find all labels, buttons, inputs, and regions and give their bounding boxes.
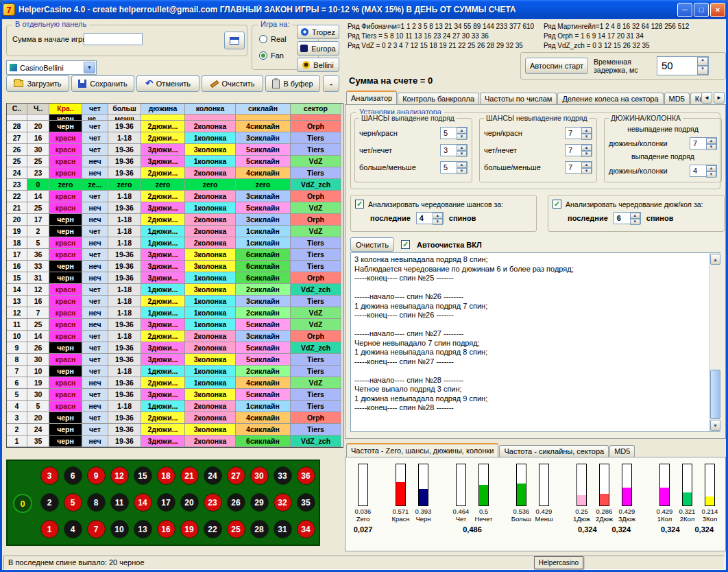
alt-spinbox-1[interactable]: 6▲▼ [614,212,641,224]
roulette-number-20[interactable]: 20 [180,493,199,512]
delay-input[interactable]: 50 ▲ ▼ [657,56,709,75]
table-row[interactable]: 185красннеч1-181дюжи...2колонка1сиклайнT… [7,237,343,249]
table-row[interactable]: 830краснчет19-363дюжи...3колонка5сиклайн… [7,354,343,366]
detach-panel-button[interactable] [224,32,245,49]
table-row[interactable]: 1125красннеч19-363дюжи...1колонка5сиклай… [7,319,343,331]
table-row[interactable]: 2125красннеч19-363дюжи...1колонка5сиклай… [7,202,343,214]
roulette-number-15[interactable]: 15 [134,466,152,485]
spin-down-icon[interactable]: ▼ [581,168,592,174]
spin-down-icon[interactable]: ▼ [706,144,716,150]
roulette-number-12[interactable]: 12 [110,466,129,485]
table-row[interactable]: 135черннеч19-363дюжи...2колонка6сиклайнV… [7,436,343,447]
table-row[interactable]: 1736краснчет19-363дюжи...3колонка6сиклай… [7,249,343,261]
roulette-number-25[interactable]: 25 [227,520,245,538]
roulette-number-9[interactable]: 9 [87,466,106,485]
save-button[interactable]: Сохранить [71,75,134,92]
buffer-button[interactable]: В буфер [265,75,320,92]
table-row[interactable]: 1412краснчет1-181дюжи...3колонка2сиклайн… [7,284,343,296]
roulette-number-30[interactable]: 30 [250,466,269,485]
table-row[interactable]: 2214краснчет1-182дюжи...2колонка3сиклайн… [7,191,343,202]
log-scrollbar[interactable]: ▲ ▼ [709,253,720,431]
autoclear-checkbox[interactable]: ✓ [401,240,410,249]
spin-down-icon[interactable]: ▼ [457,168,467,174]
roulette-number-22[interactable]: 22 [204,520,222,538]
main-tab-4[interactable]: MD5 [664,93,690,104]
dropdown-arrow-icon[interactable]: ▼ [84,62,95,73]
alt-checkbox-0[interactable]: ✓ [355,200,364,208]
close-button[interactable]: × [710,3,725,17]
spin-down-icon[interactable]: ▼ [697,66,708,75]
spin-up-icon[interactable]: ▲ [581,145,592,151]
scrollbar-thumb[interactable] [710,370,720,419]
load-button[interactable]: Загрузить [6,75,69,92]
spin-down-icon[interactable]: ▼ [706,171,716,178]
analyzer-spinbox[interactable]: 5▲▼ [440,127,468,139]
roulette-number-29[interactable]: 29 [250,493,269,512]
main-tab-0[interactable]: Анализатор [346,91,397,104]
roulette-number-31[interactable]: 31 [274,520,292,538]
tab-scroll-left[interactable]: ◄ [701,92,712,104]
analyzer-spinbox[interactable]: 7▲▼ [565,144,592,156]
minus-button[interactable]: - [323,75,339,92]
alt-spinbox-0[interactable]: 4▲▼ [416,212,444,224]
table-row[interactable]: 2820чернчет19-362дюжи...2колонка4сиклайн… [7,121,343,132]
main-tab-3[interactable]: Деление колеса на сектора [557,93,663,104]
casino-combobox[interactable]: CasinoBellini ▼ [6,60,97,75]
table-row[interactable]: 1633черннеч19-363дюжи...3колонка6сиклайн… [7,261,343,272]
analyzer-log[interactable]: 3 колонка невыпадала подряд 8 спин; Набл… [350,252,720,432]
radio-real[interactable]: Real [259,35,287,43]
table-row[interactable]: 530краснчет19-363дюжи...3колонка5сиклайн… [7,389,343,401]
roulette-number-4[interactable]: 4 [64,520,82,538]
undo-button[interactable]: ↶Отменить [136,75,199,92]
spin-up-icon[interactable]: ▲ [697,57,708,66]
table-row[interactable]: 619красннеч19-362дюжи...1колонка4сиклайн… [7,377,343,389]
minimize-button[interactable]: ─ [677,3,692,17]
spin-down-icon[interactable]: ▼ [457,151,467,157]
spin-up-icon[interactable]: ▲ [457,145,467,151]
table-row[interactable]: 1014краснчет1-182дюжи...2колонка3сиклайн… [7,331,343,342]
spin-up-icon[interactable]: ▲ [630,213,640,219]
table-row[interactable]: 192чернчет1-181дюжи...2колонка1сиклайнVd… [7,226,343,237]
scroll-up-icon[interactable]: ▲ [710,254,720,265]
roulette-number-2[interactable]: 2 [40,493,59,512]
roulette-number-14[interactable]: 14 [134,493,152,512]
spin-down-icon[interactable]: ▼ [581,151,592,157]
table-row[interactable]: 2630краснчет19-363дюжи...3колонка5сиклай… [7,144,343,156]
roulette-number-18[interactable]: 18 [157,466,175,485]
autospin-start-button[interactable]: Автоспин старт [525,58,588,74]
tropez-button[interactable]: Tropez [297,25,339,39]
roulette-number-28[interactable]: 28 [250,520,269,538]
scroll-down-icon[interactable]: ▼ [710,420,720,431]
table-row[interactable]: 1531черннеч19-363дюжи...1колонка6сиклайн… [7,272,343,284]
table-row[interactable]: 224чернчет19-362дюжи...3колонка4сиклайнT… [7,424,343,436]
table-row[interactable]: 230zeroze...zerozerozerozeroVdZ_zch [7,179,343,191]
roulette-number-35[interactable]: 35 [297,493,315,512]
roulette-number-36[interactable]: 36 [297,466,315,485]
main-tab-1[interactable]: Контроль банкролла [398,93,479,104]
roulette-number-19[interactable]: 19 [180,520,199,538]
analyzer-spinbox[interactable]: 3▲▼ [440,144,468,156]
roulette-number-21[interactable]: 21 [180,466,199,485]
radio-fan[interactable]: Fan [259,51,284,60]
roulette-number-8[interactable]: 8 [87,493,106,512]
roulette-number-23[interactable]: 23 [204,493,222,512]
analyzer-spinbox[interactable]: 7▲▼ [565,127,592,139]
analyzer-spinbox[interactable]: 7▲▼ [565,161,592,174]
roulette-number-34[interactable]: 34 [297,520,315,538]
spin-down-icon[interactable]: ▼ [581,134,592,140]
table-row[interactable]: 127красннеч1-181дюжи...1колонка2сиклайнV… [7,307,343,319]
freq-tab-2[interactable]: MD5 [609,445,635,457]
roulette-zero[interactable]: 0 [13,494,32,513]
spin-up-icon[interactable]: ▲ [457,162,467,168]
freq-tab-1[interactable]: Частота - сиклайны, сектора [499,445,609,457]
roulette-number-17[interactable]: 17 [157,493,175,512]
roulette-number-11[interactable]: 11 [110,493,129,512]
analyzer-clear-button[interactable]: Очистить [350,237,394,252]
bellini-button[interactable]: Bellini [297,58,339,72]
spin-down-icon[interactable]: ▼ [457,134,467,140]
roulette-number-16[interactable]: 16 [157,520,175,538]
roulette-number-1[interactable]: 1 [40,520,59,538]
roulette-number-26[interactable]: 26 [227,493,245,512]
table-row[interactable]: 2525красннеч19-363дюжи...1колонка5сиклай… [7,156,343,167]
table-row[interactable]: 2423красннеч19-362дюжи...2колонка4сиклай… [7,167,343,179]
